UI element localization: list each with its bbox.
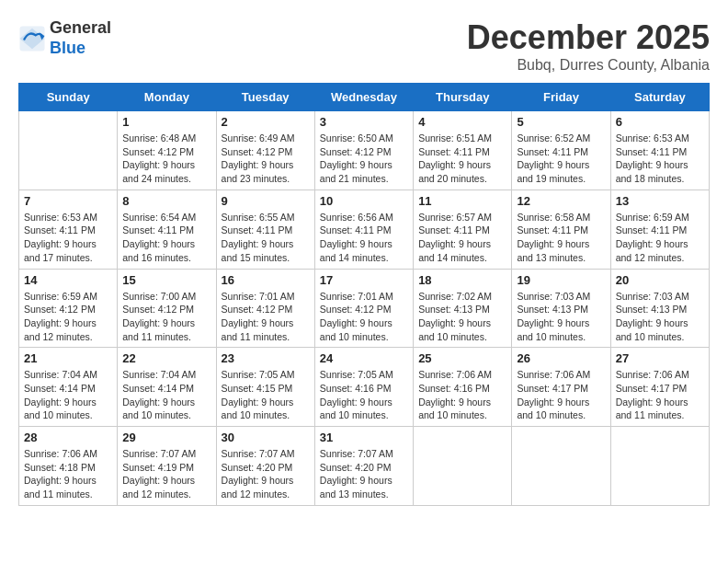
cell-info: Sunrise: 7:02 AM Sunset: 4:13 PM Dayligh…	[418, 290, 506, 344]
logo-icon	[18, 25, 46, 52]
date-number: 15	[122, 273, 210, 287]
cell-info: Sunrise: 7:01 AM Sunset: 4:12 PM Dayligh…	[320, 290, 408, 344]
date-number: 22	[122, 351, 210, 365]
day-header-sunday: Sunday	[19, 84, 118, 111]
cell-info: Sunrise: 6:51 AM Sunset: 4:11 PM Dayligh…	[418, 132, 506, 186]
calendar-cell: 18Sunrise: 7:02 AM Sunset: 4:13 PM Dayli…	[414, 269, 512, 348]
cell-info: Sunrise: 7:01 AM Sunset: 4:12 PM Dayligh…	[222, 290, 310, 344]
calendar-cell: 23Sunrise: 7:05 AM Sunset: 4:15 PM Dayli…	[216, 348, 314, 427]
cell-info: Sunrise: 7:05 AM Sunset: 4:15 PM Dayligh…	[222, 368, 310, 422]
date-number: 26	[517, 351, 605, 365]
cell-info: Sunrise: 6:54 AM Sunset: 4:11 PM Dayligh…	[122, 211, 210, 265]
calendar-cell: 29Sunrise: 7:07 AM Sunset: 4:19 PM Dayli…	[118, 427, 216, 506]
cell-info: Sunrise: 7:07 AM Sunset: 4:20 PM Dayligh…	[222, 447, 310, 501]
date-number: 23	[222, 351, 310, 365]
date-number: 12	[517, 194, 605, 208]
cell-info: Sunrise: 6:55 AM Sunset: 4:11 PM Dayligh…	[222, 211, 310, 265]
calendar-cell: 30Sunrise: 7:07 AM Sunset: 4:20 PM Dayli…	[216, 427, 314, 506]
logo: General Blue	[18, 18, 111, 58]
date-number: 11	[418, 194, 506, 208]
cell-info: Sunrise: 6:56 AM Sunset: 4:11 PM Dayligh…	[320, 211, 408, 265]
cell-info: Sunrise: 6:57 AM Sunset: 4:11 PM Dayligh…	[418, 211, 506, 265]
calendar-cell: 4Sunrise: 6:51 AM Sunset: 4:11 PM Daylig…	[414, 111, 512, 190]
cell-info: Sunrise: 6:59 AM Sunset: 4:12 PM Dayligh…	[24, 290, 112, 344]
date-number: 13	[616, 194, 704, 208]
date-number: 28	[24, 431, 112, 444]
cell-info: Sunrise: 7:05 AM Sunset: 4:16 PM Dayligh…	[320, 368, 408, 422]
calendar-cell: 21Sunrise: 7:04 AM Sunset: 4:14 PM Dayli…	[19, 348, 118, 427]
date-number: 9	[222, 194, 310, 208]
cell-info: Sunrise: 6:50 AM Sunset: 4:12 PM Dayligh…	[320, 132, 408, 186]
calendar-cell: 9Sunrise: 6:55 AM Sunset: 4:11 PM Daylig…	[216, 190, 314, 269]
logo-blue-text: Blue	[50, 39, 85, 57]
date-number: 3	[320, 115, 408, 129]
date-number: 10	[320, 194, 408, 208]
page-subtitle: Bubq, Durres County, Albania	[467, 57, 710, 74]
calendar-cell: 16Sunrise: 7:01 AM Sunset: 4:12 PM Dayli…	[216, 269, 314, 348]
day-header-wednesday: Wednesday	[314, 84, 413, 111]
date-number: 30	[222, 431, 310, 444]
page-title: December 2025	[467, 18, 710, 57]
date-number: 18	[418, 273, 506, 287]
date-number: 19	[517, 273, 605, 287]
date-number: 31	[320, 431, 408, 444]
page-header: General Blue December 2025 Bubq, Durres …	[18, 18, 710, 74]
day-header-saturday: Saturday	[610, 84, 709, 111]
calendar-cell: 6Sunrise: 6:53 AM Sunset: 4:11 PM Daylig…	[610, 111, 709, 190]
cell-info: Sunrise: 7:06 AM Sunset: 4:16 PM Dayligh…	[418, 368, 506, 422]
cell-info: Sunrise: 6:59 AM Sunset: 4:11 PM Dayligh…	[616, 211, 704, 265]
date-number: 8	[122, 194, 210, 208]
date-number: 24	[320, 351, 408, 365]
date-number: 21	[24, 351, 112, 365]
calendar-cell: 5Sunrise: 6:52 AM Sunset: 4:11 PM Daylig…	[512, 111, 610, 190]
day-header-thursday: Thursday	[414, 84, 512, 111]
date-number: 1	[122, 115, 210, 129]
date-number: 6	[616, 115, 704, 129]
cell-info: Sunrise: 6:49 AM Sunset: 4:12 PM Dayligh…	[222, 132, 310, 186]
cell-info: Sunrise: 6:52 AM Sunset: 4:11 PM Dayligh…	[517, 132, 605, 186]
calendar-cell: 31Sunrise: 7:07 AM Sunset: 4:20 PM Dayli…	[314, 427, 413, 506]
calendar-cell: 26Sunrise: 7:06 AM Sunset: 4:17 PM Dayli…	[512, 348, 610, 427]
day-header-monday: Monday	[118, 84, 216, 111]
date-number: 5	[517, 115, 605, 129]
calendar-week-row: 21Sunrise: 7:04 AM Sunset: 4:14 PM Dayli…	[19, 348, 710, 427]
calendar-cell: 15Sunrise: 7:00 AM Sunset: 4:12 PM Dayli…	[118, 269, 216, 348]
calendar-cell: 28Sunrise: 7:06 AM Sunset: 4:18 PM Dayli…	[19, 427, 118, 506]
cell-info: Sunrise: 6:48 AM Sunset: 4:12 PM Dayligh…	[122, 132, 210, 186]
cell-info: Sunrise: 7:04 AM Sunset: 4:14 PM Dayligh…	[24, 368, 112, 422]
date-number: 2	[222, 115, 310, 129]
calendar-cell: 27Sunrise: 7:06 AM Sunset: 4:17 PM Dayli…	[610, 348, 709, 427]
cell-info: Sunrise: 6:53 AM Sunset: 4:11 PM Dayligh…	[24, 211, 112, 265]
date-number: 7	[24, 194, 112, 208]
cell-info: Sunrise: 7:06 AM Sunset: 4:17 PM Dayligh…	[616, 368, 704, 422]
date-number: 14	[24, 273, 112, 287]
calendar-cell: 20Sunrise: 7:03 AM Sunset: 4:13 PM Dayli…	[610, 269, 709, 348]
calendar-cell: 10Sunrise: 6:56 AM Sunset: 4:11 PM Dayli…	[314, 190, 413, 269]
calendar-cell: 1Sunrise: 6:48 AM Sunset: 4:12 PM Daylig…	[118, 111, 216, 190]
calendar-cell: 17Sunrise: 7:01 AM Sunset: 4:12 PM Dayli…	[314, 269, 413, 348]
calendar-week-row: 1Sunrise: 6:48 AM Sunset: 4:12 PM Daylig…	[19, 111, 710, 190]
calendar-week-row: 7Sunrise: 6:53 AM Sunset: 4:11 PM Daylig…	[19, 190, 710, 269]
calendar-cell	[512, 427, 610, 506]
date-number: 16	[222, 273, 310, 287]
calendar-cell: 12Sunrise: 6:58 AM Sunset: 4:11 PM Dayli…	[512, 190, 610, 269]
calendar-cell: 2Sunrise: 6:49 AM Sunset: 4:12 PM Daylig…	[216, 111, 314, 190]
calendar-cell: 19Sunrise: 7:03 AM Sunset: 4:13 PM Dayli…	[512, 269, 610, 348]
calendar-cell: 3Sunrise: 6:50 AM Sunset: 4:12 PM Daylig…	[314, 111, 413, 190]
calendar-cell	[414, 427, 512, 506]
date-number: 27	[616, 351, 704, 365]
cell-info: Sunrise: 7:03 AM Sunset: 4:13 PM Dayligh…	[517, 290, 605, 344]
calendar-cell: 13Sunrise: 6:59 AM Sunset: 4:11 PM Dayli…	[610, 190, 709, 269]
cell-info: Sunrise: 7:07 AM Sunset: 4:20 PM Dayligh…	[320, 447, 408, 501]
date-number: 25	[418, 351, 506, 365]
cell-info: Sunrise: 7:03 AM Sunset: 4:13 PM Dayligh…	[616, 290, 704, 344]
calendar-week-row: 28Sunrise: 7:06 AM Sunset: 4:18 PM Dayli…	[19, 427, 710, 506]
calendar-cell: 11Sunrise: 6:57 AM Sunset: 4:11 PM Dayli…	[414, 190, 512, 269]
cell-info: Sunrise: 7:06 AM Sunset: 4:17 PM Dayligh…	[517, 368, 605, 422]
cell-info: Sunrise: 7:04 AM Sunset: 4:14 PM Dayligh…	[122, 368, 210, 422]
calendar-cell: 7Sunrise: 6:53 AM Sunset: 4:11 PM Daylig…	[19, 190, 118, 269]
logo-general-text: General	[50, 18, 111, 37]
calendar-week-row: 14Sunrise: 6:59 AM Sunset: 4:12 PM Dayli…	[19, 269, 710, 348]
calendar-cell	[610, 427, 709, 506]
date-number: 20	[616, 273, 704, 287]
